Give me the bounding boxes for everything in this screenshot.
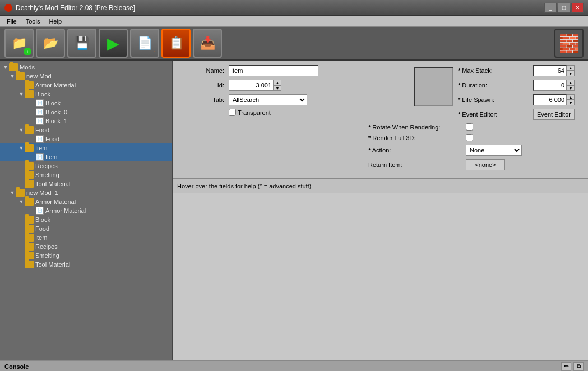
folder-icon-new-mod — [16, 72, 25, 80]
render3d-checkbox[interactable] — [466, 134, 473, 141]
form-area: Name: Id: ▲ ▼ — [173, 61, 588, 179]
tree-label-food-1: Food — [45, 136, 59, 142]
toolbar-import-button[interactable]: 📥 — [193, 29, 222, 58]
file-icon-item-1: 📄 — [36, 153, 44, 161]
toolbar-save-button[interactable]: 💾 — [67, 29, 96, 58]
duration-input[interactable] — [533, 80, 567, 91]
maximize-button[interactable]: □ — [558, 3, 570, 13]
toggle-armor-2[interactable]: ▼ — [18, 198, 25, 205]
tree-label-smelting-2: Smelting — [35, 252, 59, 259]
tree-armor-material-2[interactable]: ▼ Armor Material — [0, 197, 172, 206]
toolbar-checklist-button[interactable]: 📋 — [161, 29, 191, 58]
toolbar-export-button[interactable]: 📄 → — [130, 29, 159, 58]
toggle-block-2[interactable]: ▶ — [18, 216, 25, 223]
toggle-item-1[interactable]: ▼ — [18, 145, 25, 151]
transparent-checkbox-area: Transparent — [229, 109, 271, 116]
tree-label-item-1: Item — [45, 154, 57, 160]
folder-icon-recipes-2 — [25, 243, 34, 251]
tree-label-tool-material-2: Tool Material — [35, 261, 70, 268]
toggle-food-1[interactable]: ▼ — [18, 127, 25, 133]
return-item-label: Return Item: — [368, 161, 464, 168]
toolbar-open-button[interactable]: 📂 — [36, 29, 65, 58]
tree-item-folder-1[interactable]: ▼ Item — [0, 143, 172, 152]
max-stack-down[interactable]: ▼ — [567, 71, 575, 76]
toggle-tool-2[interactable]: ▶ — [18, 261, 25, 268]
toggle-item-2[interactable]: ▶ — [18, 234, 25, 241]
toolbar-new-button[interactable]: 📁 + — [4, 29, 34, 58]
transparent-checkbox[interactable] — [229, 109, 236, 116]
window-controls: _ □ ✕ — [544, 3, 584, 13]
toggle-armor-1[interactable]: ▶ — [18, 82, 25, 89]
minimize-button[interactable]: _ — [544, 3, 557, 13]
file-icon-block-1: 📄 — [36, 99, 44, 107]
folder-icon-food-1 — [25, 126, 34, 134]
action-select[interactable]: None Eat Drink Block Bow — [466, 145, 522, 156]
tree-label-food-folder-1: Food — [35, 127, 49, 133]
id-input[interactable] — [229, 80, 274, 91]
rotate-checkbox[interactable] — [466, 123, 473, 131]
id-spinner-btns: ▲ ▼ — [274, 80, 281, 91]
toggle-smelting-2[interactable]: ▶ — [18, 252, 25, 259]
tree-tool-material-2[interactable]: ▶ Tool Material — [0, 260, 172, 269]
toggle-block-1[interactable]: ▼ — [18, 91, 25, 98]
duration-down[interactable]: ▼ — [567, 85, 575, 91]
max-stack-input[interactable] — [533, 65, 567, 76]
tree-label-new-mod: new Mod — [26, 73, 52, 80]
tree-mods[interactable]: ▼ Mods — [0, 63, 172, 72]
folder-icon-armor-1 — [25, 81, 34, 89]
return-item-button[interactable]: <none> — [466, 159, 505, 170]
toggle-mods[interactable]: ▼ — [2, 64, 9, 71]
toolbar-run-button[interactable]: ▶ — [99, 29, 128, 58]
id-up-btn[interactable]: ▲ — [274, 80, 281, 85]
life-spawn-down[interactable]: ▼ — [567, 100, 575, 105]
new-badge: + — [24, 48, 31, 55]
image-preview-area — [410, 65, 458, 174]
folder-icon-smelting-1 — [25, 171, 34, 179]
toggle-new-mod-1[interactable]: ▼ — [9, 189, 16, 196]
life-spawn-btns: ▲ ▼ — [567, 94, 575, 105]
max-stack-spinner: ▲ ▼ — [533, 65, 575, 76]
file-icon-block-1b: 📄 — [36, 117, 44, 125]
id-spinner: ▲ ▼ — [229, 80, 281, 91]
folder-icon-tool-2 — [25, 261, 34, 268]
folder-icon-item-2 — [25, 234, 34, 242]
toggle-new-mod[interactable]: ▼ — [9, 73, 16, 80]
app-icon — [4, 4, 12, 12]
folder-icon-new-mod-1 — [16, 189, 25, 197]
duration-btns: ▲ ▼ — [567, 80, 575, 91]
toggle-smelting-1[interactable]: ▶ — [18, 171, 25, 178]
event-editor-button[interactable]: Event Editor — [533, 109, 575, 120]
spacer-2: ▶ — [29, 109, 36, 115]
menu-tools[interactable]: Tools — [21, 17, 45, 26]
folder-icon-tool-1 — [25, 180, 34, 188]
tree-block-file-1[interactable]: ▶ 📄 Block — [0, 99, 172, 108]
id-down-btn[interactable]: ▼ — [274, 85, 281, 91]
max-stack-btns: ▲ ▼ — [567, 65, 575, 76]
tree-label-new-mod-1: new Mod_1 — [26, 189, 58, 196]
close-button[interactable]: ✕ — [571, 3, 584, 13]
life-spawn-label: * Life Spawn: — [458, 96, 531, 103]
toggle-recipes-2[interactable]: ▶ — [18, 243, 25, 250]
tree-tool-material-1[interactable]: ▶ Tool Material — [0, 179, 172, 188]
life-spawn-input[interactable] — [533, 94, 567, 105]
toolbar: 📁 + 📂 💾 ▶ 📄 → 📋 📥 🧱 — [0, 27, 588, 61]
menu-file[interactable]: File — [2, 17, 21, 26]
toggle-tool-1[interactable]: ▶ — [18, 180, 25, 187]
tree-block-0[interactable]: ▶ 📄 Block_0 — [0, 108, 172, 117]
console-clear-button[interactable]: ✏ — [561, 362, 571, 371]
tree-label-block-0: Block_0 — [45, 109, 67, 115]
life-spawn-up[interactable]: ▲ — [567, 94, 575, 100]
max-stack-up[interactable]: ▲ — [567, 65, 575, 71]
tree-block-folder-1[interactable]: ▼ Block — [0, 90, 172, 99]
tree-label-block-folder-2: Block — [35, 216, 50, 223]
name-input[interactable] — [229, 65, 318, 76]
toggle-recipes-1[interactable]: ▶ — [18, 163, 25, 169]
duration-up[interactable]: ▲ — [567, 80, 575, 85]
item-image-preview[interactable] — [414, 67, 453, 106]
tab-select[interactable]: AllSearch Blocks Decorations Tools — [229, 94, 307, 105]
menu-help[interactable]: Help — [44, 17, 66, 26]
toggle-food-2[interactable]: ▶ — [18, 225, 25, 232]
tree-food-folder-1[interactable]: ▼ Food — [0, 126, 172, 135]
file-icon-armor-2: 📄 — [36, 207, 44, 215]
console-copy-button[interactable]: ⧉ — [573, 362, 584, 371]
